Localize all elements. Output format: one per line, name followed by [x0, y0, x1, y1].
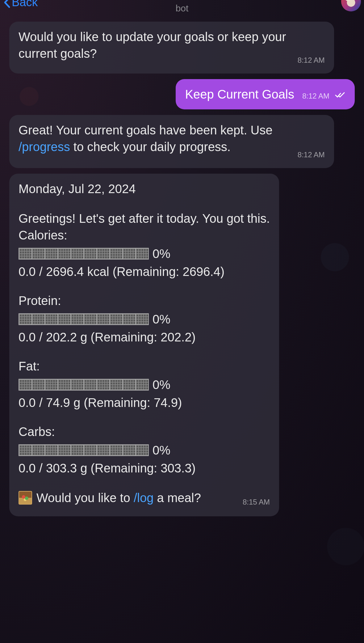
- fat-percent: 0%: [153, 376, 170, 393]
- meal-emoji-icon: [19, 491, 32, 505]
- avatar[interactable]: [341, 0, 361, 11]
- messages-container: Would you like to update your goals or k…: [0, 19, 364, 526]
- chat-title[interactable]: bot: [176, 3, 189, 14]
- bot-message-daily-progress[interactable]: Monday, Jul 22, 2024 Greetings! Let's ge…: [9, 174, 279, 516]
- carbs-label: Carbs:: [19, 423, 270, 440]
- message-time: 8:12 AM: [298, 56, 325, 64]
- footer-text-pre: Would you like to: [36, 491, 134, 505]
- message-text: Keep Current Goals: [185, 86, 294, 103]
- carbs-progress-bar: [19, 444, 148, 456]
- calories-progress-bar: [19, 248, 148, 260]
- progress-greeting: Greetings! Let's get after it today. You…: [19, 210, 270, 227]
- log-command-link[interactable]: /log: [134, 491, 154, 505]
- message-text-post: to check your daily progress.: [70, 140, 231, 154]
- read-receipt-icon: [335, 92, 345, 99]
- carbs-detail: 0.0 / 303.3 g (Remaining: 303.3): [19, 460, 270, 476]
- protein-bar-row: 0%: [19, 311, 270, 328]
- back-label: Back: [12, 0, 38, 9]
- message-time: 8:12 AM: [298, 150, 325, 159]
- protein-label: Protein:: [19, 292, 270, 309]
- fat-detail: 0.0 / 74.9 g (Remaining: 74.9): [19, 394, 270, 411]
- progress-date: Monday, Jul 22, 2024: [19, 180, 270, 197]
- calories-detail: 0.0 / 2696.4 kcal (Remaining: 2696.4): [19, 263, 270, 280]
- fat-progress-bar: [19, 379, 148, 391]
- protein-detail: 0.0 / 202.2 g (Remaining: 202.2): [19, 329, 270, 345]
- message-time: 8:12 AM: [302, 91, 329, 101]
- chat-header: Back bot: [0, 0, 364, 19]
- fat-bar-row: 0%: [19, 376, 270, 393]
- calories-percent: 0%: [153, 245, 170, 262]
- carbs-percent: 0%: [153, 442, 170, 459]
- carbs-bar-row: 0%: [19, 442, 270, 459]
- protein-percent: 0%: [153, 311, 170, 328]
- bot-message-confirmation[interactable]: Great! Your current goals have been kept…: [9, 115, 334, 168]
- message-time: 8:15 AM: [243, 497, 270, 507]
- footer-text-post: a meal?: [153, 491, 201, 505]
- progress-command-link[interactable]: /progress: [19, 140, 70, 154]
- bot-message-goals-question[interactable]: Would you like to update your goals or k…: [9, 22, 334, 74]
- chevron-left-icon: [3, 0, 10, 8]
- user-message-keep-goals[interactable]: Keep Current Goals 8:12 AM: [176, 79, 355, 109]
- calories-bar-row: 0%: [19, 245, 270, 262]
- back-button[interactable]: Back: [3, 0, 38, 9]
- calories-label: Calories:: [19, 227, 270, 243]
- fat-label: Fat:: [19, 358, 270, 374]
- message-text-pre: Great! Your current goals have been kept…: [19, 123, 273, 137]
- protein-progress-bar: [19, 313, 148, 325]
